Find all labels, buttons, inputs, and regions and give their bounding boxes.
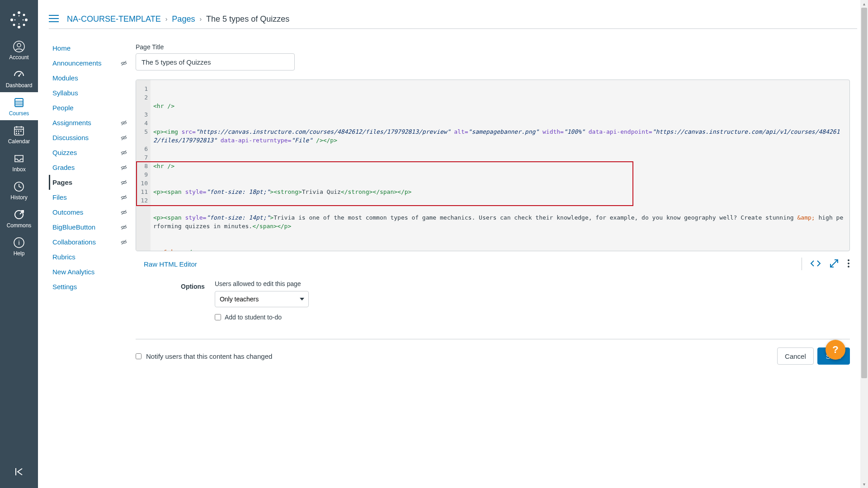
code-content[interactable]: <hr /> <p><img src="https://canvas.instr… — [151, 80, 849, 251]
coursenav-files[interactable]: Files — [49, 190, 126, 205]
breadcrumb-page: The 5 types of Quizzes — [206, 14, 289, 24]
todo-checkbox-row[interactable]: Add to student to-do — [215, 314, 309, 321]
nav-calendar[interactable]: Calendar — [0, 120, 38, 148]
nav-commons[interactable]: Commons — [0, 204, 38, 232]
action-bar: Notify users that this content has chang… — [136, 339, 850, 365]
question-icon: ? — [832, 344, 838, 356]
cancel-button[interactable]: Cancel — [777, 347, 814, 365]
nav-collapse-button[interactable] — [0, 466, 38, 479]
svg-line-39 — [122, 136, 126, 140]
coursenav-settings[interactable]: Settings — [49, 279, 126, 294]
chevron-right-icon: › — [165, 15, 168, 23]
nav-dashboard-label: Dashboard — [0, 82, 38, 89]
hidden-icon — [120, 239, 127, 247]
divider — [802, 258, 802, 270]
svg-line-42 — [122, 180, 126, 185]
coursenav-announcements[interactable]: Announcements — [49, 56, 126, 70]
hidden-icon — [120, 194, 127, 202]
nav-courses[interactable]: Courses — [0, 92, 38, 120]
account-icon — [13, 41, 25, 52]
svg-rect-24 — [16, 131, 17, 132]
notify-checkbox[interactable] — [136, 353, 142, 359]
nav-courses-label: Courses — [0, 110, 38, 117]
nav-account[interactable]: Account — [0, 36, 38, 64]
svg-point-50 — [848, 266, 849, 267]
app-logo[interactable] — [8, 9, 30, 31]
coursenav-modules[interactable]: Modules — [49, 70, 126, 85]
coursenav-grades[interactable]: Grades — [49, 160, 126, 175]
page-title-label: Page Title — [136, 43, 850, 51]
hidden-icon — [120, 119, 127, 128]
coursenav-collaborations[interactable]: Collaborations — [49, 235, 126, 249]
svg-point-15 — [18, 75, 20, 77]
hidden-icon — [120, 60, 127, 68]
nav-dashboard[interactable]: Dashboard — [0, 64, 38, 92]
hidden-icon — [120, 164, 127, 173]
vertical-scrollbar[interactable]: ▴ ▾ — [860, 0, 868, 488]
inbox-icon — [13, 153, 25, 164]
raw-html-editor-link[interactable]: Raw HTML Editor — [144, 260, 197, 268]
courses-icon — [13, 97, 25, 108]
options-caption: Users allowed to edit this page — [215, 280, 309, 287]
scroll-up-button[interactable]: ▴ — [860, 0, 868, 8]
coursenav-new-analytics[interactable]: New Analytics — [49, 264, 126, 279]
svg-point-5 — [23, 14, 25, 16]
divider — [49, 28, 857, 29]
fullscreen-button[interactable] — [829, 258, 839, 270]
breadcrumb-course[interactable]: NA-COURSE-TEMPLATE — [67, 14, 161, 24]
coursenav-outcomes[interactable]: Outcomes — [49, 205, 126, 220]
nav-calendar-label: Calendar — [0, 138, 38, 145]
svg-point-4 — [13, 14, 15, 16]
svg-point-3 — [25, 19, 28, 21]
nav-history-label: History — [0, 194, 38, 201]
svg-point-7 — [23, 24, 25, 26]
collapse-icon — [13, 466, 25, 478]
coursenav-bigbluebutton[interactable]: BigBlueButton — [49, 220, 126, 235]
scroll-down-button[interactable]: ▾ — [860, 480, 868, 488]
nav-commons-label: Commons — [0, 222, 38, 229]
svg-line-40 — [122, 150, 126, 155]
breadcrumb-section[interactable]: Pages — [172, 14, 195, 24]
scroll-thumb[interactable] — [861, 8, 867, 378]
svg-point-0 — [18, 11, 20, 14]
coursenav-rubrics[interactable]: Rubrics — [49, 249, 126, 264]
hamburger-button[interactable] — [49, 14, 59, 24]
svg-point-6 — [13, 24, 15, 26]
hidden-icon — [120, 179, 127, 188]
course-nav: Home Announcements Modules Syllabus Peop… — [49, 41, 126, 294]
coursenav-quizzes[interactable]: Quizzes — [49, 145, 126, 160]
options-label: Options — [181, 280, 205, 290]
todo-checkbox[interactable] — [215, 314, 221, 320]
help-fab-button[interactable]: ? — [826, 340, 845, 360]
coursenav-assignments[interactable]: Assignments — [49, 115, 126, 130]
edit-permission-select[interactable]: Only teachers — [215, 291, 309, 307]
nav-help[interactable]: i Help — [0, 232, 38, 260]
nav-inbox[interactable]: Inbox — [0, 148, 38, 176]
svg-line-41 — [122, 165, 126, 170]
coursenav-discussions[interactable]: Discussions — [49, 130, 126, 145]
chevron-right-icon: › — [199, 15, 202, 23]
page-title-input[interactable] — [136, 53, 295, 70]
todo-label: Add to student to-do — [225, 314, 282, 321]
svg-point-11 — [23, 19, 24, 21]
coursenav-people[interactable]: People — [49, 100, 126, 115]
nav-inbox-label: Inbox — [0, 166, 38, 173]
dashboard-icon — [13, 69, 25, 80]
global-nav: Account Dashboard Courses Calendar Inbox… — [0, 0, 38, 488]
coursenav-syllabus[interactable]: Syllabus — [49, 85, 126, 100]
toggle-html-view-button[interactable] — [810, 259, 821, 269]
coursenav-pages[interactable]: Pages — [49, 175, 126, 190]
nav-history[interactable]: History — [0, 176, 38, 204]
svg-line-45 — [122, 225, 126, 230]
notify-checkbox-row[interactable]: Notify users that this content has chang… — [136, 352, 272, 360]
hamburger-icon — [49, 14, 59, 23]
coursenav-home[interactable]: Home — [49, 41, 126, 56]
svg-rect-25 — [18, 131, 19, 132]
svg-point-1 — [18, 26, 20, 28]
hidden-icon — [120, 224, 127, 232]
svg-rect-26 — [20, 131, 22, 132]
more-options-button[interactable] — [847, 259, 850, 269]
hidden-icon — [120, 149, 127, 158]
html-editor[interactable]: 1 2 3 4 5 6 7 8 9 10 11 12 <hr /> <p><im… — [136, 80, 850, 251]
svg-point-10 — [14, 19, 16, 21]
